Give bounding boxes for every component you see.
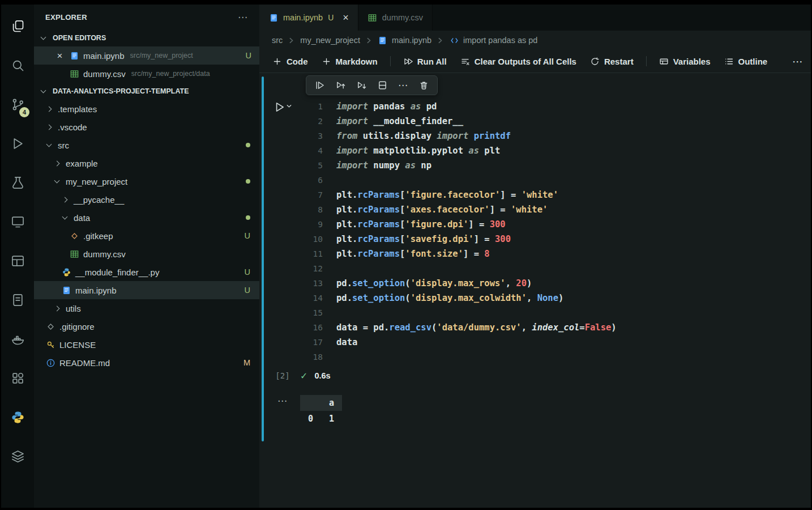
close-tab-icon[interactable]: × (343, 12, 349, 23)
breadcrumb-item-import-pandas-as-pd[interactable]: import pandas as pd (449, 36, 537, 45)
code-line[interactable]: 6 (300, 173, 811, 188)
close-editor-icon[interactable]: × (54, 51, 65, 61)
restart-button[interactable]: Restart (585, 53, 639, 70)
code-line[interactable]: 11plt.rcParams['font.size'] = 8 (300, 246, 811, 261)
breadcrumb-separator-icon (288, 37, 295, 44)
code-line[interactable]: 13pd.set_option('display.max_rows', 20) (300, 276, 811, 291)
tree-folder-pycache[interactable]: __pycache__ (34, 190, 259, 209)
activity-editor-layout-button[interactable] (1, 241, 34, 280)
code-line[interactable]: 1import pandas as pd (300, 99, 811, 114)
open-editors-header[interactable]: OPEN EDITORS (34, 29, 259, 46)
split-cell-icon[interactable] (377, 80, 388, 91)
code-line[interactable]: 3from utils.display import printdf (300, 129, 811, 143)
code-line[interactable]: 5import numpy as np (300, 158, 811, 173)
activity-extensions-button[interactable] (1, 359, 34, 398)
code-line[interactable]: 4import matplotlib.pyplot as plt (300, 143, 811, 158)
code-token: = (579, 320, 584, 335)
run-cell-button[interactable] (273, 101, 292, 113)
tree-file-dummy-csv[interactable]: dummy.csv (34, 245, 259, 263)
vscode-window: 4 EXPLORER ⋯ OPEN EDITORS ×main.ipynbsrc… (1, 5, 811, 508)
chevron-right-icon (54, 305, 60, 311)
tree-file-readme-md[interactable]: README.mdM (34, 354, 259, 372)
tree-file-gitignore[interactable]: .gitignore (34, 317, 259, 335)
code-line[interactable]: 8plt.rcParams['axes.facecolor'] = 'white… (300, 202, 811, 217)
code-token: 'display.max_rows' (411, 276, 506, 291)
code-token: ] = (490, 202, 511, 217)
add-icon (322, 57, 331, 66)
code-token: 'figure.facecolor' (405, 188, 500, 202)
code-line[interactable]: 2import __module_finder__ (300, 114, 811, 129)
open-editor-item-dummy-csv[interactable]: dummy.csvsrc/my_new_project/data (34, 65, 259, 83)
tree-folder-example[interactable]: example (34, 154, 259, 172)
tab-dummy-csv[interactable]: dummy.csv (358, 5, 433, 31)
code-line[interactable]: 9plt.rcParams['figure.dpi'] = 300 (300, 217, 811, 232)
outline-button[interactable]: Outline (719, 53, 773, 70)
activity-python-button[interactable] (1, 398, 34, 437)
tree-file-main-ipynb[interactable]: main.ipynbU (34, 281, 259, 299)
activity-search-button[interactable] (1, 46, 34, 85)
tree-item-label: .templates (58, 104, 97, 114)
code-line[interactable]: 7plt.rcParams['figure.facecolor'] = 'whi… (300, 188, 811, 202)
more-actions-icon[interactable]: ⋯ (398, 80, 408, 90)
code-token: ) (558, 291, 563, 305)
run-all-button[interactable]: Run All (398, 53, 452, 70)
tree-folder-templates[interactable]: .templates (34, 100, 259, 118)
project-root-header[interactable]: DATA-ANALYTICS-PROJECT-TEMPLATE (34, 83, 259, 100)
toolbar-more-button[interactable]: ⋯ (791, 55, 804, 68)
tree-folder-my-new-project[interactable]: my_new_project (34, 172, 259, 190)
activity-explorer-button[interactable] (1, 7, 34, 46)
open-editor-item-main-ipynb[interactable]: ×main.ipynbsrc/my_new_projectU (34, 46, 259, 65)
tree-folder-data[interactable]: data (34, 209, 259, 227)
run-above-icon[interactable] (335, 80, 346, 91)
activity-source-control-button[interactable]: 4 (1, 85, 34, 124)
line-number: 15 (300, 305, 323, 320)
run-below-icon[interactable] (356, 80, 367, 91)
output-more-button[interactable]: ⋯ (265, 395, 300, 407)
tree-file-license[interactable]: LICENSE (34, 335, 259, 354)
markdown-button[interactable]: Markdown (317, 53, 383, 70)
tree-file-module-finder-py[interactable]: __module_finder__.pyU (34, 263, 259, 281)
modified-dot (246, 179, 250, 184)
code-line[interactable]: 16data = pd.read_csv('data/dummy.csv', i… (300, 320, 811, 335)
code-token: from (336, 129, 357, 143)
code-line[interactable]: 12 (300, 261, 811, 276)
tab-main-ipynb[interactable]: main.ipynbU× (259, 5, 358, 31)
notebook-icon (10, 292, 25, 308)
breadcrumb-label: my_new_project (300, 36, 360, 45)
variables-icon (659, 57, 669, 66)
tree-file-gitkeep[interactable]: .gitkeepU (34, 227, 259, 245)
code-line[interactable]: 18 (300, 350, 811, 364)
activity-run-and-debug-button[interactable] (1, 124, 34, 163)
code-line[interactable]: 10plt.rcParams['savefig.dpi'] = 300 (300, 232, 811, 246)
git-keep-file-icon (69, 231, 79, 241)
code-line[interactable]: 15 (300, 305, 811, 320)
line-number: 14 (300, 291, 323, 305)
code-line[interactable]: 17data (300, 335, 811, 350)
activity-testing-button[interactable] (1, 163, 34, 202)
activity-remote-explorer-button[interactable] (1, 202, 34, 241)
breadcrumb-item-main-ipynb[interactable]: main.ipynb (378, 36, 431, 45)
chevron-down-icon (62, 214, 68, 220)
tree-folder-src[interactable]: src (34, 136, 259, 154)
code-token: [ (400, 202, 405, 217)
code-token: read_csv (389, 320, 431, 335)
activity-bar: 4 (1, 5, 34, 508)
code-line[interactable]: 14pd.set_option('display.max_colwidth', … (300, 291, 811, 305)
breadcrumb-item-my-new-project[interactable]: my_new_project (300, 36, 360, 45)
tree-folder-vscode[interactable]: .vscode (34, 118, 259, 136)
code-token: ] = (474, 232, 495, 246)
run-by-line-icon[interactable] (314, 80, 325, 91)
explorer-more-actions-button[interactable]: ⋯ (238, 11, 248, 23)
clear-outputs-of-all-cells-button[interactable]: Clear Outputs of All Cells (455, 53, 582, 70)
breadcrumb-item-src[interactable]: src (272, 36, 283, 45)
activity-notebook-button[interactable] (1, 280, 34, 320)
code-token: 20 (516, 276, 527, 291)
code-button[interactable]: Code (267, 53, 313, 70)
activity-docker-button[interactable] (1, 320, 34, 359)
variables-button[interactable]: Variables (654, 53, 716, 70)
delete-cell-icon[interactable] (418, 80, 429, 91)
breadcrumb-separator-icon (437, 37, 444, 44)
cell-code-editor[interactable]: 1import pandas as pd2import __module_fin… (300, 99, 811, 364)
tree-folder-utils[interactable]: utils (34, 299, 259, 317)
activity-stacks-button[interactable] (1, 437, 34, 476)
